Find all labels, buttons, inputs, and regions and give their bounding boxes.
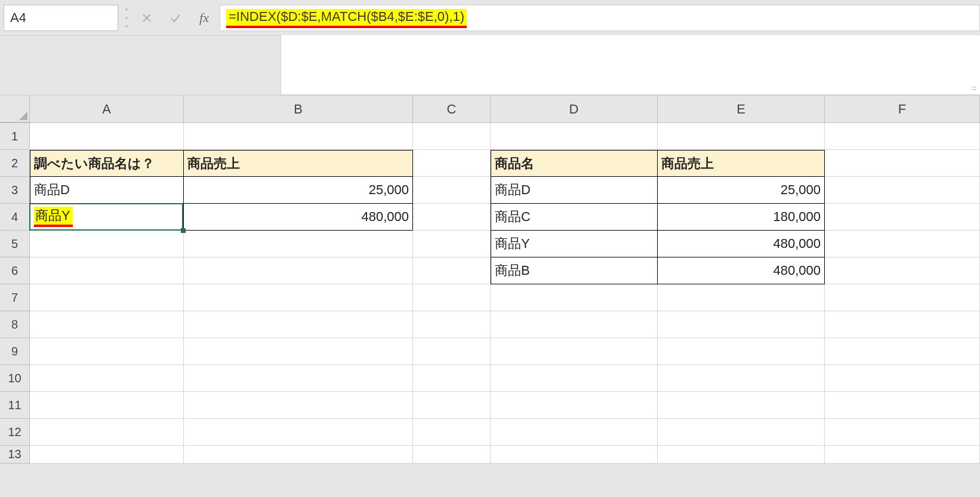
cell-A5[interactable] — [30, 231, 184, 257]
cell-A4[interactable]: 商品Y — [30, 204, 184, 231]
col-header-A[interactable]: A — [30, 96, 184, 122]
cell-D9[interactable] — [491, 338, 658, 365]
cell-A8[interactable] — [30, 311, 184, 338]
cell-E12[interactable] — [658, 419, 825, 446]
cell-A11[interactable] — [30, 392, 184, 419]
cell-A1[interactable] — [30, 123, 184, 150]
cell-E6[interactable]: 480,000 — [658, 257, 825, 284]
col-header-B[interactable]: B — [184, 96, 413, 122]
cell-F3[interactable] — [825, 177, 980, 204]
row-header-9[interactable]: 9 — [0, 338, 30, 365]
cell-E9[interactable] — [658, 338, 825, 365]
cell-F11[interactable] — [825, 392, 980, 419]
cell-A2[interactable]: 調べたい商品名は？ — [30, 150, 184, 177]
cell-E4[interactable]: 180,000 — [658, 204, 825, 231]
cell-B6[interactable] — [184, 257, 413, 284]
cell-E10[interactable] — [658, 365, 825, 392]
row-header-7[interactable]: 7 — [0, 284, 30, 311]
cell-B7[interactable] — [184, 284, 413, 311]
cell-B2[interactable]: 商品売上 — [184, 150, 413, 177]
cell-B1[interactable] — [184, 123, 413, 150]
cell-F4[interactable] — [825, 204, 980, 231]
cell-D13[interactable] — [491, 446, 658, 464]
cell-E3[interactable]: 25,000 — [658, 177, 825, 204]
cell-C13[interactable] — [413, 446, 491, 464]
col-header-E[interactable]: E — [658, 96, 825, 122]
cell-C8[interactable] — [413, 311, 491, 338]
cell-A10[interactable] — [30, 365, 184, 392]
cell-C6[interactable] — [413, 257, 491, 284]
cell-E1[interactable] — [658, 123, 825, 150]
cell-F7[interactable] — [825, 284, 980, 311]
cell-C11[interactable] — [413, 392, 491, 419]
cell-E11[interactable] — [658, 392, 825, 419]
cell-D10[interactable] — [491, 365, 658, 392]
cell-E7[interactable] — [658, 284, 825, 311]
cell-D8[interactable] — [491, 311, 658, 338]
cell-C7[interactable] — [413, 284, 491, 311]
cell-F6[interactable] — [825, 257, 980, 284]
cell-C3[interactable] — [413, 177, 491, 204]
cell-C4[interactable] — [413, 204, 491, 231]
cell-F10[interactable] — [825, 365, 980, 392]
formula-bar-grip[interactable] — [125, 8, 129, 27]
cell-C9[interactable] — [413, 338, 491, 365]
cell-F12[interactable] — [825, 419, 980, 446]
row-header-4[interactable]: 4 — [0, 204, 30, 231]
cell-C1[interactable] — [413, 123, 491, 150]
cell-E5[interactable]: 480,000 — [658, 231, 825, 257]
cell-F2[interactable] — [825, 150, 980, 177]
row-header-12[interactable]: 12 — [0, 419, 30, 446]
row-header-6[interactable]: 6 — [0, 257, 30, 284]
cell-E13[interactable] — [658, 446, 825, 464]
cell-B13[interactable] — [184, 446, 413, 464]
row-header-2[interactable]: 2 — [0, 150, 30, 177]
cell-B12[interactable] — [184, 419, 413, 446]
row-header-3[interactable]: 3 — [0, 177, 30, 204]
col-header-D[interactable]: D — [491, 96, 658, 122]
cell-D3[interactable]: 商品D — [491, 177, 658, 204]
cell-A3[interactable]: 商品D — [30, 177, 184, 204]
cell-A9[interactable] — [30, 338, 184, 365]
row-header-13[interactable]: 13 — [0, 446, 30, 464]
cell-D11[interactable] — [491, 392, 658, 419]
cell-F13[interactable] — [825, 446, 980, 464]
cell-A12[interactable] — [30, 419, 184, 446]
cell-F1[interactable] — [825, 123, 980, 150]
cell-A7[interactable] — [30, 284, 184, 311]
cell-B3[interactable]: 25,000 — [184, 177, 413, 204]
cell-B8[interactable] — [184, 311, 413, 338]
name-box[interactable] — [4, 5, 118, 31]
cell-C12[interactable] — [413, 419, 491, 446]
cell-B4[interactable]: 480,000 — [184, 204, 413, 231]
cell-A13[interactable] — [30, 446, 184, 464]
cell-D12[interactable] — [491, 419, 658, 446]
cell-D7[interactable] — [491, 284, 658, 311]
row-header-8[interactable]: 8 — [0, 311, 30, 338]
cell-B9[interactable] — [184, 338, 413, 365]
cell-A6[interactable] — [30, 257, 184, 284]
cell-C10[interactable] — [413, 365, 491, 392]
select-all-corner[interactable] — [0, 96, 30, 122]
row-header-10[interactable]: 10 — [0, 365, 30, 392]
col-header-C[interactable]: C — [413, 96, 491, 122]
row-header-5[interactable]: 5 — [0, 231, 30, 257]
cell-D6[interactable]: 商品B — [491, 257, 658, 284]
formula-bar-expand-handle[interactable] — [972, 86, 978, 92]
cell-F8[interactable] — [825, 311, 980, 338]
cell-E8[interactable] — [658, 311, 825, 338]
cell-C5[interactable] — [413, 231, 491, 257]
insert-function-button[interactable]: fx — [190, 5, 218, 31]
cell-F9[interactable] — [825, 338, 980, 365]
cell-B10[interactable] — [184, 365, 413, 392]
cell-B5[interactable] — [184, 231, 413, 257]
row-header-1[interactable]: 1 — [0, 123, 30, 150]
formula-bar-expanded-white[interactable] — [281, 35, 980, 95]
cell-C2[interactable] — [413, 150, 491, 177]
cell-D1[interactable] — [491, 123, 658, 150]
cell-B11[interactable] — [184, 392, 413, 419]
cell-D4[interactable]: 商品C — [491, 204, 658, 231]
formula-input-wrap[interactable]: =INDEX($D:$E,MATCH($B4,$E:$E,0),1) — [220, 5, 980, 31]
row-header-11[interactable]: 11 — [0, 392, 30, 419]
cell-D2[interactable]: 商品名 — [491, 150, 658, 177]
